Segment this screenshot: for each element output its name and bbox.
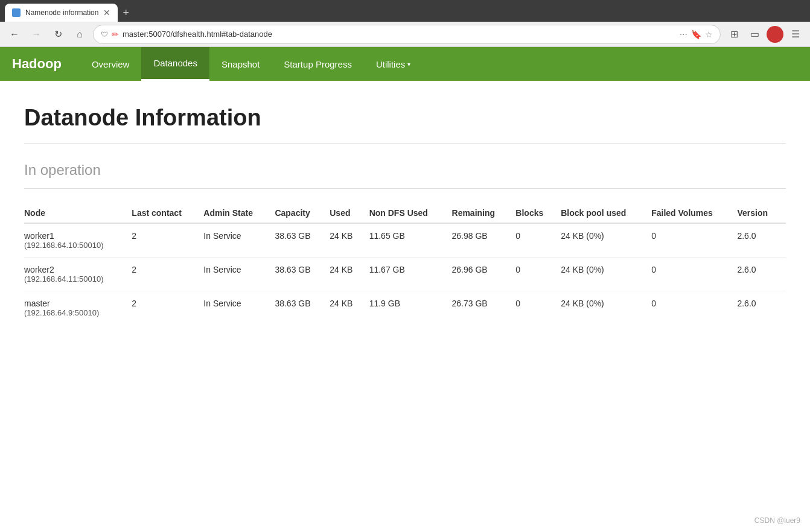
tab-bar: Namenode information ✕ + bbox=[0, 0, 810, 22]
cell-non-dfs-used: 11.67 GB bbox=[369, 258, 452, 291]
cell-non-dfs-used: 11.9 GB bbox=[369, 291, 452, 325]
cell-capacity: 38.63 GB bbox=[275, 223, 330, 258]
col-admin-state: Admin State bbox=[203, 203, 275, 223]
cell-admin-state: In Service bbox=[203, 223, 275, 258]
cell-block-pool-used: 24 KB (0%) bbox=[561, 223, 651, 258]
tab-favicon bbox=[12, 8, 21, 17]
back-button[interactable]: ← bbox=[6, 26, 23, 43]
cell-last-contact: 2 bbox=[132, 258, 203, 291]
tab-title: Namenode information bbox=[25, 8, 98, 17]
cell-last-contact: 2 bbox=[132, 291, 203, 325]
home-button[interactable]: ⌂ bbox=[71, 26, 88, 43]
cell-capacity: 38.63 GB bbox=[275, 258, 330, 291]
nav-startup-progress[interactable]: Startup Progress bbox=[272, 47, 364, 81]
col-block-pool-used: Block pool used bbox=[561, 203, 651, 223]
cell-remaining: 26.96 GB bbox=[452, 258, 516, 291]
nav-brand[interactable]: Hadoop bbox=[12, 56, 62, 72]
more-icon: ··· bbox=[680, 29, 687, 40]
col-failed-volumes: Failed Volumes bbox=[651, 203, 737, 223]
cell-version: 2.6.0 bbox=[737, 258, 786, 291]
page-title: Datanode Information bbox=[24, 105, 786, 131]
tab-close-button[interactable]: ✕ bbox=[103, 8, 110, 17]
title-divider bbox=[24, 143, 786, 144]
cell-version: 2.6.0 bbox=[737, 223, 786, 258]
browser-controls: ← → ↻ ⌂ 🛡 ✏ master:50070/dfshealth.html#… bbox=[0, 22, 810, 47]
table-row: master (192.168.64.9:50010) 2 In Service… bbox=[24, 291, 786, 325]
cell-blocks: 0 bbox=[515, 223, 561, 258]
nav-snapshot[interactable]: Snapshot bbox=[209, 47, 272, 81]
cell-last-contact: 2 bbox=[132, 223, 203, 258]
cell-node: master (192.168.64.9:50010) bbox=[24, 291, 132, 325]
datanode-table: Node Last contact Admin State Capacity U… bbox=[24, 203, 786, 325]
chevron-down-icon: ▾ bbox=[407, 61, 410, 68]
sidebar-button[interactable]: ▭ bbox=[746, 26, 763, 43]
star-icon: ☆ bbox=[705, 30, 713, 39]
cell-block-pool-used: 24 KB (0%) bbox=[561, 291, 651, 325]
col-version: Version bbox=[737, 203, 786, 223]
profile-avatar[interactable] bbox=[767, 26, 783, 43]
table-row: worker1 (192.168.64.10:50010) 2 In Servi… bbox=[24, 223, 786, 258]
nav-links: Overview Datanodes Snapshot Startup Prog… bbox=[80, 47, 423, 81]
cell-failed-volumes: 0 bbox=[651, 291, 737, 325]
cell-used: 24 KB bbox=[330, 223, 369, 258]
col-used: Used bbox=[330, 203, 369, 223]
menu-button[interactable]: ☰ bbox=[787, 26, 804, 43]
address-bar[interactable]: 🛡 ✏ master:50070/dfshealth.html#tab-data… bbox=[93, 25, 721, 44]
active-tab[interactable]: Namenode information ✕ bbox=[5, 4, 118, 22]
cell-remaining: 26.73 GB bbox=[452, 291, 516, 325]
cell-capacity: 38.63 GB bbox=[275, 291, 330, 325]
browser-right-controls: ⊞ ▭ ☰ bbox=[725, 26, 804, 43]
edit-icon: ✏ bbox=[112, 30, 119, 39]
cell-block-pool-used: 24 KB (0%) bbox=[561, 258, 651, 291]
cell-blocks: 0 bbox=[515, 258, 561, 291]
url-text: master:50070/dfshealth.html#tab-datanode bbox=[123, 30, 676, 39]
nav-datanodes[interactable]: Datanodes bbox=[141, 47, 209, 81]
section-divider bbox=[24, 188, 786, 189]
nav-utilities-label: Utilities bbox=[376, 59, 405, 69]
table-row: worker2 (192.168.64.11:50010) 2 In Servi… bbox=[24, 258, 786, 291]
reload-button[interactable]: ↻ bbox=[49, 26, 66, 43]
shield-icon: 🛡 bbox=[101, 30, 108, 39]
main-content: Datanode Information In operation Node L… bbox=[0, 81, 810, 349]
table-header: Node Last contact Admin State Capacity U… bbox=[24, 203, 786, 223]
cell-failed-volumes: 0 bbox=[651, 258, 737, 291]
col-non-dfs-used: Non DFS Used bbox=[369, 203, 452, 223]
cell-admin-state: In Service bbox=[203, 291, 275, 325]
section-title: In operation bbox=[24, 162, 786, 179]
extensions-button[interactable]: ⊞ bbox=[725, 26, 742, 43]
col-capacity: Capacity bbox=[275, 203, 330, 223]
nav-overview[interactable]: Overview bbox=[80, 47, 142, 81]
forward-button[interactable]: → bbox=[28, 26, 45, 43]
cell-used: 24 KB bbox=[330, 291, 369, 325]
table-body: worker1 (192.168.64.10:50010) 2 In Servi… bbox=[24, 223, 786, 325]
browser-chrome: Namenode information ✕ + ← → ↻ ⌂ 🛡 ✏ mas… bbox=[0, 0, 810, 47]
nav-utilities[interactable]: Utilities ▾ bbox=[364, 47, 423, 81]
cell-non-dfs-used: 11.65 GB bbox=[369, 223, 452, 258]
cell-blocks: 0 bbox=[515, 291, 561, 325]
cell-used: 24 KB bbox=[330, 258, 369, 291]
new-tab-button[interactable]: + bbox=[118, 7, 134, 19]
cell-failed-volumes: 0 bbox=[651, 223, 737, 258]
col-last-contact: Last contact bbox=[132, 203, 203, 223]
cell-version: 2.6.0 bbox=[737, 291, 786, 325]
col-remaining: Remaining bbox=[452, 203, 516, 223]
cell-admin-state: In Service bbox=[203, 258, 275, 291]
cell-node: worker2 (192.168.64.11:50010) bbox=[24, 258, 132, 291]
col-node: Node bbox=[24, 203, 132, 223]
cell-node: worker1 (192.168.64.10:50010) bbox=[24, 223, 132, 258]
pocket-icon: 🔖 bbox=[691, 30, 701, 39]
cell-remaining: 26.98 GB bbox=[452, 223, 516, 258]
app-navbar: Hadoop Overview Datanodes Snapshot Start… bbox=[0, 47, 810, 81]
col-blocks: Blocks bbox=[515, 203, 561, 223]
